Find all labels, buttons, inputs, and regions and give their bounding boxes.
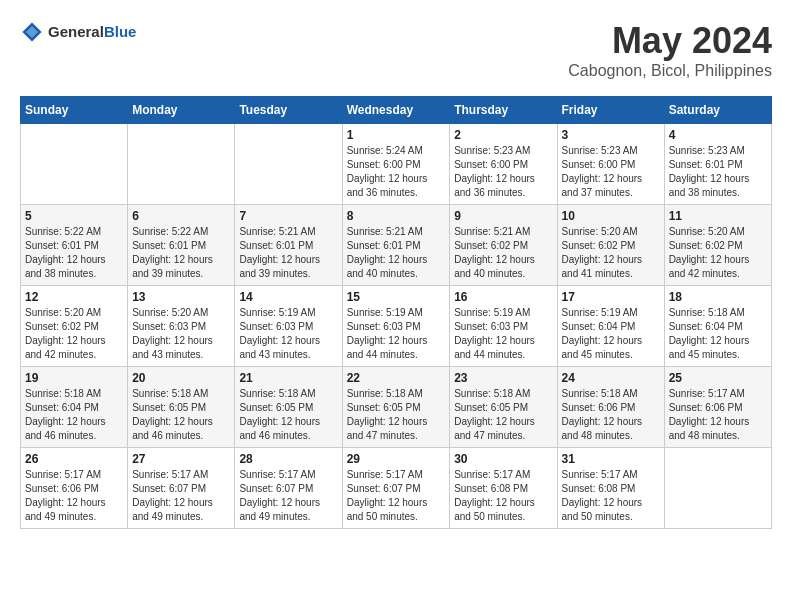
calendar-cell: 10Sunrise: 5:20 AM Sunset: 6:02 PM Dayli… (557, 205, 664, 286)
day-number: 21 (239, 371, 337, 385)
calendar-cell: 1Sunrise: 5:24 AM Sunset: 6:00 PM Daylig… (342, 124, 450, 205)
day-number: 24 (562, 371, 660, 385)
day-number: 16 (454, 290, 552, 304)
day-info: Sunrise: 5:20 AM Sunset: 6:03 PM Dayligh… (132, 306, 230, 362)
day-info: Sunrise: 5:19 AM Sunset: 6:03 PM Dayligh… (239, 306, 337, 362)
calendar-week-row: 5Sunrise: 5:22 AM Sunset: 6:01 PM Daylig… (21, 205, 772, 286)
calendar-cell: 12Sunrise: 5:20 AM Sunset: 6:02 PM Dayli… (21, 286, 128, 367)
day-number: 12 (25, 290, 123, 304)
day-number: 11 (669, 209, 767, 223)
calendar-cell: 18Sunrise: 5:18 AM Sunset: 6:04 PM Dayli… (664, 286, 771, 367)
calendar-cell: 2Sunrise: 5:23 AM Sunset: 6:00 PM Daylig… (450, 124, 557, 205)
day-info: Sunrise: 5:21 AM Sunset: 6:02 PM Dayligh… (454, 225, 552, 281)
day-info: Sunrise: 5:22 AM Sunset: 6:01 PM Dayligh… (25, 225, 123, 281)
calendar-cell: 7Sunrise: 5:21 AM Sunset: 6:01 PM Daylig… (235, 205, 342, 286)
calendar-cell: 16Sunrise: 5:19 AM Sunset: 6:03 PM Dayli… (450, 286, 557, 367)
calendar-cell: 25Sunrise: 5:17 AM Sunset: 6:06 PM Dayli… (664, 367, 771, 448)
calendar-cell (128, 124, 235, 205)
calendar-week-row: 1Sunrise: 5:24 AM Sunset: 6:00 PM Daylig… (21, 124, 772, 205)
location: Cabognon, Bicol, Philippines (568, 62, 772, 80)
day-info: Sunrise: 5:17 AM Sunset: 6:07 PM Dayligh… (239, 468, 337, 524)
day-number: 26 (25, 452, 123, 466)
day-number: 27 (132, 452, 230, 466)
calendar-week-row: 26Sunrise: 5:17 AM Sunset: 6:06 PM Dayli… (21, 448, 772, 529)
day-number: 10 (562, 209, 660, 223)
day-info: Sunrise: 5:17 AM Sunset: 6:07 PM Dayligh… (132, 468, 230, 524)
month-year: May 2024 (568, 20, 772, 62)
calendar-cell: 19Sunrise: 5:18 AM Sunset: 6:04 PM Dayli… (21, 367, 128, 448)
day-info: Sunrise: 5:24 AM Sunset: 6:00 PM Dayligh… (347, 144, 446, 200)
day-of-week-header: Wednesday (342, 97, 450, 124)
day-number: 13 (132, 290, 230, 304)
calendar-cell (21, 124, 128, 205)
day-info: Sunrise: 5:18 AM Sunset: 6:04 PM Dayligh… (669, 306, 767, 362)
calendar-cell: 26Sunrise: 5:17 AM Sunset: 6:06 PM Dayli… (21, 448, 128, 529)
day-number: 8 (347, 209, 446, 223)
day-info: Sunrise: 5:17 AM Sunset: 6:08 PM Dayligh… (562, 468, 660, 524)
day-info: Sunrise: 5:19 AM Sunset: 6:03 PM Dayligh… (454, 306, 552, 362)
calendar-cell (235, 124, 342, 205)
day-info: Sunrise: 5:20 AM Sunset: 6:02 PM Dayligh… (25, 306, 123, 362)
day-of-week-header: Friday (557, 97, 664, 124)
day-of-week-header: Tuesday (235, 97, 342, 124)
day-number: 14 (239, 290, 337, 304)
calendar-cell: 8Sunrise: 5:21 AM Sunset: 6:01 PM Daylig… (342, 205, 450, 286)
day-number: 3 (562, 128, 660, 142)
title-block: May 2024 Cabognon, Bicol, Philippines (568, 20, 772, 80)
day-info: Sunrise: 5:20 AM Sunset: 6:02 PM Dayligh… (669, 225, 767, 281)
day-number: 7 (239, 209, 337, 223)
day-number: 2 (454, 128, 552, 142)
day-number: 1 (347, 128, 446, 142)
day-info: Sunrise: 5:23 AM Sunset: 6:00 PM Dayligh… (562, 144, 660, 200)
day-info: Sunrise: 5:18 AM Sunset: 6:05 PM Dayligh… (454, 387, 552, 443)
calendar-cell: 29Sunrise: 5:17 AM Sunset: 6:07 PM Dayli… (342, 448, 450, 529)
calendar-cell: 27Sunrise: 5:17 AM Sunset: 6:07 PM Dayli… (128, 448, 235, 529)
day-number: 15 (347, 290, 446, 304)
day-info: Sunrise: 5:22 AM Sunset: 6:01 PM Dayligh… (132, 225, 230, 281)
day-of-week-header: Thursday (450, 97, 557, 124)
day-info: Sunrise: 5:21 AM Sunset: 6:01 PM Dayligh… (347, 225, 446, 281)
day-number: 30 (454, 452, 552, 466)
logo-icon (20, 20, 44, 44)
day-info: Sunrise: 5:17 AM Sunset: 6:06 PM Dayligh… (669, 387, 767, 443)
calendar-cell: 9Sunrise: 5:21 AM Sunset: 6:02 PM Daylig… (450, 205, 557, 286)
day-info: Sunrise: 5:17 AM Sunset: 6:07 PM Dayligh… (347, 468, 446, 524)
calendar-cell: 6Sunrise: 5:22 AM Sunset: 6:01 PM Daylig… (128, 205, 235, 286)
calendar-cell: 15Sunrise: 5:19 AM Sunset: 6:03 PM Dayli… (342, 286, 450, 367)
day-of-week-header: Saturday (664, 97, 771, 124)
calendar-cell: 5Sunrise: 5:22 AM Sunset: 6:01 PM Daylig… (21, 205, 128, 286)
calendar-cell: 13Sunrise: 5:20 AM Sunset: 6:03 PM Dayli… (128, 286, 235, 367)
calendar-cell: 24Sunrise: 5:18 AM Sunset: 6:06 PM Dayli… (557, 367, 664, 448)
day-number: 20 (132, 371, 230, 385)
day-number: 4 (669, 128, 767, 142)
calendar-cell: 21Sunrise: 5:18 AM Sunset: 6:05 PM Dayli… (235, 367, 342, 448)
day-info: Sunrise: 5:19 AM Sunset: 6:03 PM Dayligh… (347, 306, 446, 362)
day-of-week-header: Monday (128, 97, 235, 124)
calendar-cell: 3Sunrise: 5:23 AM Sunset: 6:00 PM Daylig… (557, 124, 664, 205)
calendar-cell: 11Sunrise: 5:20 AM Sunset: 6:02 PM Dayli… (664, 205, 771, 286)
calendar-week-row: 12Sunrise: 5:20 AM Sunset: 6:02 PM Dayli… (21, 286, 772, 367)
day-info: Sunrise: 5:23 AM Sunset: 6:00 PM Dayligh… (454, 144, 552, 200)
day-number: 18 (669, 290, 767, 304)
logo: GeneralBlue (20, 20, 136, 44)
day-info: Sunrise: 5:18 AM Sunset: 6:05 PM Dayligh… (347, 387, 446, 443)
day-number: 23 (454, 371, 552, 385)
calendar-cell: 17Sunrise: 5:19 AM Sunset: 6:04 PM Dayli… (557, 286, 664, 367)
calendar-cell: 20Sunrise: 5:18 AM Sunset: 6:05 PM Dayli… (128, 367, 235, 448)
page-header: GeneralBlue May 2024 Cabognon, Bicol, Ph… (20, 20, 772, 80)
calendar-cell: 22Sunrise: 5:18 AM Sunset: 6:05 PM Dayli… (342, 367, 450, 448)
day-info: Sunrise: 5:17 AM Sunset: 6:06 PM Dayligh… (25, 468, 123, 524)
day-number: 28 (239, 452, 337, 466)
day-info: Sunrise: 5:23 AM Sunset: 6:01 PM Dayligh… (669, 144, 767, 200)
day-number: 17 (562, 290, 660, 304)
day-number: 19 (25, 371, 123, 385)
calendar-cell: 30Sunrise: 5:17 AM Sunset: 6:08 PM Dayli… (450, 448, 557, 529)
day-number: 9 (454, 209, 552, 223)
calendar-week-row: 19Sunrise: 5:18 AM Sunset: 6:04 PM Dayli… (21, 367, 772, 448)
day-info: Sunrise: 5:21 AM Sunset: 6:01 PM Dayligh… (239, 225, 337, 281)
day-info: Sunrise: 5:18 AM Sunset: 6:05 PM Dayligh… (239, 387, 337, 443)
day-number: 5 (25, 209, 123, 223)
logo-text: GeneralBlue (48, 24, 136, 41)
day-number: 29 (347, 452, 446, 466)
day-number: 31 (562, 452, 660, 466)
